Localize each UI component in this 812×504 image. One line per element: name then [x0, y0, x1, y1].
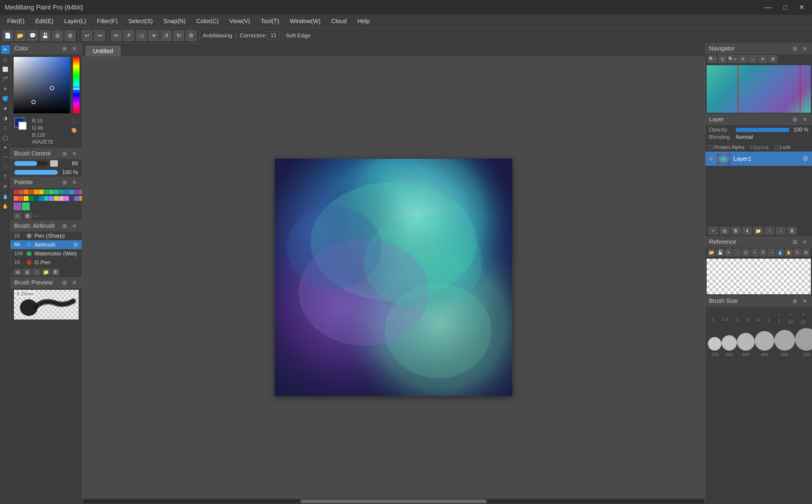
- tool-gradient[interactable]: ◑: [1, 114, 10, 123]
- reference-expand[interactable]: ⊞: [791, 238, 799, 246]
- toolbar-undo[interactable]: ↩: [82, 30, 92, 41]
- palette-r2-5[interactable]: [34, 196, 39, 201]
- brush-size-150[interactable]: 150: [708, 337, 722, 357]
- menu-layer[interactable]: Layer(L): [59, 16, 91, 26]
- ref-refresh[interactable]: ↻: [794, 249, 801, 256]
- brush-size-300[interactable]: 300: [737, 333, 755, 357]
- palette-color-3[interactable]: [24, 190, 28, 194]
- palette-color-9[interactable]: [54, 190, 59, 194]
- toolbar-new[interactable]: 📄: [2, 30, 13, 41]
- layer-copy[interactable]: ⊞: [720, 227, 729, 235]
- layer-folder[interactable]: 📁: [754, 227, 763, 235]
- menu-tool[interactable]: Tool(T): [256, 16, 284, 26]
- airbrush-settings-btn[interactable]: ⚙: [73, 241, 78, 248]
- brush-size-12[interactable]: · 12: [801, 309, 806, 325]
- maximize-button[interactable]: □: [780, 2, 790, 12]
- palette-expand[interactable]: ⊞: [61, 179, 68, 186]
- palette-add[interactable]: +: [14, 213, 21, 219]
- ref-hand[interactable]: ✋: [785, 249, 792, 256]
- brush-size-500[interactable]: 500: [774, 330, 795, 357]
- tool-transform[interactable]: ⟳: [1, 182, 10, 191]
- h-scrollbar-thumb[interactable]: [300, 500, 487, 503]
- tool-select-lasso[interactable]: 🪄: [1, 74, 10, 83]
- tool-brush[interactable]: ✏: [1, 45, 10, 54]
- nav-zoom-out[interactable]: 🔍-: [708, 55, 717, 63]
- brush-control-expand[interactable]: ⊞: [61, 150, 68, 158]
- palette-r2-12[interactable]: [69, 196, 74, 201]
- nav-grid[interactable]: ⊞: [768, 55, 777, 63]
- brush-size-expand[interactable]: ⊞: [791, 297, 799, 305]
- palette-color-7[interactable]: [44, 190, 49, 194]
- reference-close[interactable]: ✕: [801, 238, 808, 246]
- palette-r2-2[interactable]: [19, 196, 23, 201]
- brush-size-400[interactable]: 400: [755, 331, 774, 357]
- opacity-slider[interactable]: [14, 170, 58, 175]
- palette-color-11[interactable]: [64, 190, 69, 194]
- navigator-expand[interactable]: ⊞: [791, 45, 799, 53]
- menu-select[interactable]: Select(S): [123, 16, 157, 26]
- tool-magic-wand[interactable]: ✦: [1, 143, 10, 152]
- palette-r2-6[interactable]: [39, 196, 44, 201]
- toolbar-grid2[interactable]: #: [123, 30, 134, 41]
- menu-window[interactable]: Window(W): [285, 16, 325, 26]
- ref-close[interactable]: ✕: [725, 249, 732, 256]
- brush-preview-close[interactable]: ✕: [71, 279, 78, 287]
- h-scrollbar[interactable]: [82, 498, 705, 504]
- color-tool-palette[interactable]: 🎨: [70, 126, 78, 134]
- bg-swatch[interactable]: [18, 122, 27, 130]
- brush-preview-expand[interactable]: ⊞: [61, 279, 68, 287]
- nav-flip-h[interactable]: ↔: [748, 55, 757, 63]
- toolbar-redo[interactable]: ↪: [94, 30, 105, 41]
- toolbar-snap[interactable]: ◁: [136, 30, 147, 41]
- brush-size-10[interactable]: · 10: [788, 309, 793, 324]
- palette-close[interactable]: ✕: [71, 179, 78, 186]
- tool-special[interactable]: ★: [1, 104, 10, 113]
- nav-zoom-fit[interactable]: ⊡: [718, 55, 727, 63]
- palette-color-4[interactable]: [29, 190, 34, 194]
- toolbar-save[interactable]: 💾: [40, 30, 50, 41]
- tool-color-picker[interactable]: ⬛: [1, 163, 10, 171]
- palette-r2-9[interactable]: [54, 196, 59, 201]
- brush-size-3[interactable]: · 3: [746, 311, 749, 322]
- palette-r2-1[interactable]: [14, 196, 18, 201]
- brush-panel-expand[interactable]: ⊞: [61, 222, 68, 230]
- tool-text[interactable]: T: [1, 172, 10, 181]
- brush-size-4[interactable]: · 4: [757, 311, 759, 322]
- layer-delete-btn[interactable]: 🗑: [731, 227, 741, 235]
- palette-sp-1[interactable]: [14, 203, 21, 210]
- palette-r2-7[interactable]: [44, 196, 49, 201]
- tool-dropper[interactable]: 💧: [1, 192, 10, 201]
- ref-zoom-in[interactable]: +: [751, 249, 758, 256]
- ref-zoom-out[interactable]: -: [734, 249, 741, 256]
- palette-delete[interactable]: 🗑: [24, 213, 31, 219]
- tool-eraser[interactable]: ◻: [1, 55, 10, 64]
- palette-color-10[interactable]: [59, 190, 64, 194]
- brush-item-pen-sharp[interactable]: 15 Pen (Sharp): [11, 231, 82, 240]
- palette-color-1[interactable]: [14, 190, 18, 194]
- color-gradient[interactable]: [14, 57, 70, 113]
- brush-size-5[interactable]: · 5: [767, 311, 770, 323]
- menu-snap[interactable]: Snap(N): [159, 16, 190, 26]
- nav-refresh[interactable]: ↻: [758, 55, 767, 63]
- brush-item-watercolor[interactable]: 159 Watercolor (Wet): [11, 249, 82, 258]
- brush-panel-close[interactable]: ✕: [71, 222, 78, 230]
- palette-r2-3[interactable]: [24, 196, 28, 201]
- toolbar-settings[interactable]: ⚙: [186, 30, 196, 41]
- brush-size-1[interactable]: · 1: [712, 312, 714, 322]
- palette-r2-10[interactable]: [59, 196, 64, 201]
- toolbar-print[interactable]: 🖨: [52, 30, 63, 41]
- brush-copy[interactable]: ⊞: [23, 269, 31, 275]
- layer-move-up[interactable]: ↑: [765, 227, 774, 235]
- palette-color-13[interactable]: [74, 190, 79, 194]
- brush-item-gpen[interactable]: 15 G Pen: [11, 258, 82, 267]
- palette-sp-2[interactable]: [22, 203, 30, 210]
- nav-zoom-in[interactable]: 🔍+: [728, 55, 737, 63]
- ref-dropper[interactable]: 💧: [776, 249, 784, 256]
- tool-smudge[interactable]: 〰: [1, 153, 10, 162]
- menu-filter[interactable]: Filter(F): [92, 16, 123, 26]
- layer-add[interactable]: +: [708, 227, 718, 235]
- palette-color-12[interactable]: [69, 190, 74, 194]
- layer-expand[interactable]: ⊞: [791, 116, 799, 123]
- ref-rotate[interactable]: ↺: [759, 249, 767, 256]
- lock-checkbox[interactable]: Lock: [775, 144, 791, 150]
